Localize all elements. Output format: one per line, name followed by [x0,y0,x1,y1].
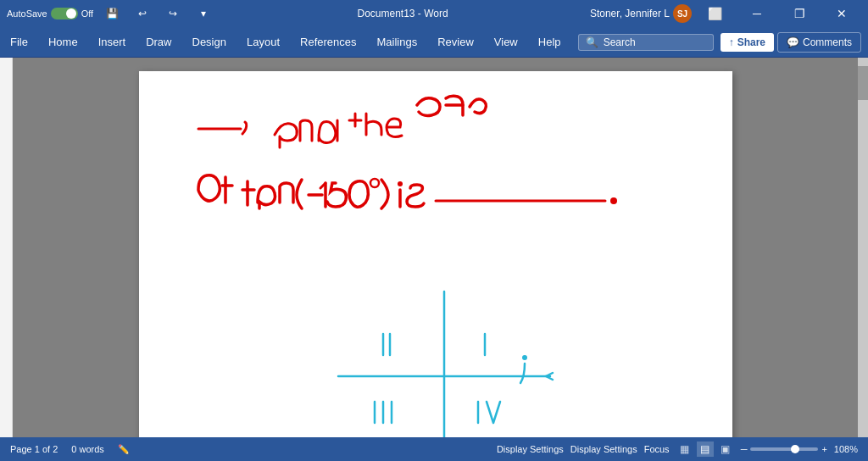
zoom-track[interactable] [750,447,818,451]
tab-draw[interactable]: Draw [136,27,181,58]
minimize-button[interactable]: ─ [737,0,776,27]
tab-layout[interactable]: Layout [236,27,290,58]
svg-point-3 [522,355,527,360]
ribbon: File Home Insert Draw Design Layout Refe… [0,27,868,58]
save-button[interactable]: 💾 [100,4,124,23]
comments-button[interactable]: 💬 Comments [777,32,861,53]
display-settings-label[interactable]: Display Settings [570,444,637,454]
redo-button[interactable]: ↪ [161,4,185,23]
fullscreen-button[interactable]: ⬜ [695,0,734,27]
autosave-label: AutoSave [7,8,47,19]
tab-help[interactable]: Help [528,27,571,58]
editor-icon: ✏️ [118,444,130,455]
statusbar-right: Display Settings Display Settings Focus … [497,442,858,457]
zoom-thumb[interactable] [791,445,799,453]
search-box[interactable]: 🔍 Search [578,34,714,51]
title-bar: AutoSave Off 💾 ↩ ↪ ▾ Document13 - Word S… [0,0,868,27]
view-read-icon[interactable]: ▣ [717,442,734,457]
view-icons: ▦ ▤ ▣ [676,442,734,457]
scrollbar-thumb[interactable] [858,66,868,100]
tab-view[interactable]: View [484,27,528,58]
share-button[interactable]: ↑ Share [721,33,774,52]
tab-design[interactable]: Design [182,27,236,58]
status-bar: Page 1 of 2 0 words ✏️ Display Settings … [0,437,868,461]
ribbon-actions: ↑ Share 💬 Comments [721,32,861,53]
restore-button[interactable]: ❐ [780,0,819,27]
focus-label[interactable]: Focus [644,444,670,454]
tab-home[interactable]: Home [38,27,88,58]
left-ruler [0,58,13,437]
zoom-slider[interactable]: ─ + [741,444,827,454]
close-button[interactable]: ✕ [822,0,861,27]
svg-point-2 [610,197,617,204]
document-area [0,58,868,437]
zoom-increase[interactable]: + [821,444,826,454]
zoom-percent[interactable]: 108% [834,444,858,454]
autosave-state: Off [81,8,93,19]
search-placeholder: Search [604,36,636,48]
user-name: Stoner, Jennifer L [590,8,670,19]
document-scroll[interactable] [13,58,858,437]
more-commands-button[interactable]: ▾ [192,4,215,23]
svg-point-1 [398,181,403,186]
page-content [190,88,682,437]
share-icon: ↑ [729,36,734,48]
document-page [139,71,732,437]
scrollbar[interactable] [858,58,868,437]
zoom-decrease[interactable]: ─ [741,444,748,454]
display-settings[interactable]: Display Settings [497,444,564,454]
search-icon: 🔍 [586,36,598,48]
titlebar-right: Stoner, Jennifer L SJ ⬜ ─ ❐ ✕ [590,0,861,27]
tab-references[interactable]: References [290,27,366,58]
page-info: Page 1 of 2 [10,444,58,454]
autosave-toggle-knob [66,8,76,19]
autosave-badge: AutoSave Off [7,8,93,19]
word-count: 0 words [71,444,104,454]
view-print-icon[interactable]: ▦ [676,442,693,457]
autosave-toggle[interactable] [51,8,78,19]
svg-point-0 [370,179,379,187]
undo-button[interactable]: ↩ [131,4,154,23]
view-web-icon[interactable]: ▤ [697,442,714,457]
tab-mailings[interactable]: Mailings [367,27,428,58]
tab-review[interactable]: Review [427,27,484,58]
tab-insert[interactable]: Insert [88,27,136,58]
user-avatar[interactable]: SJ [673,4,692,23]
comments-icon: 💬 [787,36,799,48]
titlebar-left: AutoSave Off 💾 ↩ ↪ ▾ [7,4,215,23]
tab-file[interactable]: File [0,27,38,58]
document-title: Document13 - Word [357,8,448,19]
